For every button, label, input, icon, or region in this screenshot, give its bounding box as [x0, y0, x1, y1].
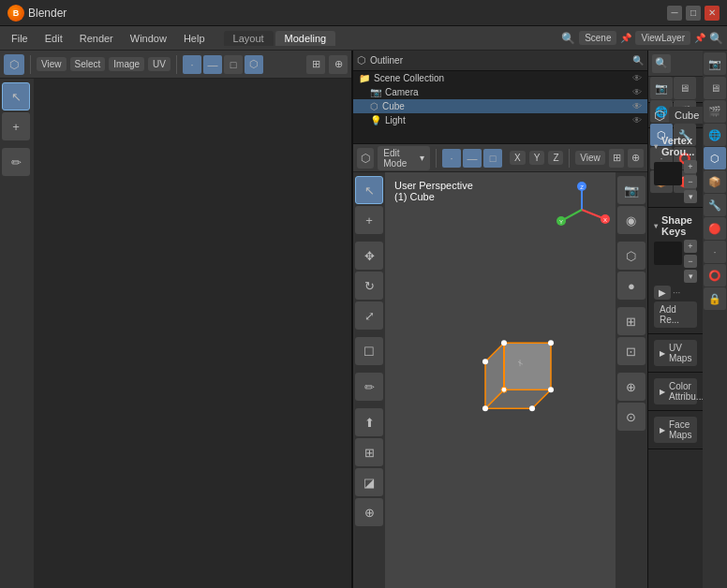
vp-extrude-tool[interactable]: ⬆: [355, 408, 383, 436]
shape-keys-play-btn[interactable]: ▶: [654, 286, 671, 300]
uv-edge-select-icon[interactable]: —: [203, 55, 222, 74]
scene-selector[interactable]: Scene: [579, 31, 616, 45]
vertex-group-add-btn[interactable]: +: [684, 160, 697, 173]
x-axis-btn[interactable]: X: [510, 151, 526, 165]
vp-inset-tool[interactable]: ⊞: [355, 438, 383, 466]
camera-label: Camera: [385, 87, 419, 97]
maximize-button[interactable]: □: [686, 6, 701, 21]
viewport-view-button[interactable]: View: [575, 151, 605, 165]
vp-loopcut-tool[interactable]: ⊕: [355, 498, 383, 526]
workspace-layout[interactable]: Layout: [224, 31, 274, 46]
menu-window[interactable]: Window: [123, 31, 174, 46]
uv-vertex-select-icon[interactable]: ·: [183, 55, 201, 74]
light-eye-icon[interactable]: 👁: [632, 115, 642, 125]
uv-view-button[interactable]: View: [37, 57, 67, 71]
menu-render[interactable]: Render: [72, 31, 121, 46]
mesh-name-field[interactable]: Cube: [669, 107, 703, 124]
uv-annotate-tool[interactable]: ✏: [2, 148, 30, 176]
outliner-search-icon[interactable]: 🔍: [632, 55, 644, 66]
vp-prop-edit-icon[interactable]: ⊙: [617, 403, 645, 431]
menu-help[interactable]: Help: [176, 31, 213, 46]
vp-select-tool[interactable]: ↖: [355, 176, 383, 204]
vp-xray-icon[interactable]: ⊡: [617, 337, 645, 365]
color-attrs-expand-btn[interactable]: ▶ Color Attribu...: [654, 378, 697, 404]
menu-edit[interactable]: Edit: [37, 31, 70, 46]
outliner-scene-collection[interactable]: 📁 Scene Collection 👁: [353, 71, 647, 85]
z-axis-btn[interactable]: Z: [548, 151, 563, 165]
vp-solid-icon[interactable]: ●: [617, 272, 645, 300]
edit-mode-dropdown[interactable]: Edit Mode ▾: [378, 146, 430, 170]
cube-icon: ⬡: [370, 101, 378, 111]
props-vbar-world[interactable]: 🌐: [704, 124, 726, 146]
vp-camera-icon[interactable]: 📷: [617, 176, 645, 204]
vp-transform-tool[interactable]: ☐: [355, 337, 383, 365]
uv-proportional-icon[interactable]: ⊕: [329, 55, 348, 74]
vp-bevel-tool[interactable]: ◪: [355, 468, 383, 496]
collection-eye-icon[interactable]: 👁: [632, 73, 642, 83]
uv-island-select-icon[interactable]: ⬡: [245, 55, 263, 74]
face-maps-expand-btn[interactable]: ▶ Face Maps: [654, 417, 697, 443]
workspace-modeling[interactable]: Modeling: [275, 31, 336, 46]
props-vbar-modifier[interactable]: 🔧: [704, 194, 726, 216]
viewlayer-selector[interactable]: ViewLayer: [635, 31, 690, 45]
close-button[interactable]: ✕: [705, 6, 720, 21]
face-select-icon[interactable]: □: [483, 149, 502, 168]
viewport-snapping-icon[interactable]: ⊞: [609, 149, 625, 168]
props-tab-render[interactable]: 📷: [650, 77, 673, 99]
props-vbar-constraints[interactable]: 🔒: [704, 287, 726, 310]
props-vbar-object-data[interactable]: ⬡: [704, 147, 726, 169]
svg-marker-32: [504, 343, 551, 390]
vp-rotate-tool[interactable]: ↻: [355, 272, 383, 300]
viewport-proportional-icon[interactable]: ⊕: [628, 149, 644, 168]
uv-image-button[interactable]: Image: [109, 57, 144, 71]
viewport-mode-icon[interactable]: ⬡: [357, 148, 374, 169]
outliner-camera[interactable]: 📷 Camera 👁: [353, 85, 647, 99]
viewport-canvas[interactable]: ↖ + ✥ ↻ ⤢ ☐ ✏ ⬆ ⊞ ◪ ⊕: [353, 172, 647, 588]
shape-key-remove-btn[interactable]: −: [684, 255, 697, 268]
vp-overlay-icon[interactable]: ⊞: [617, 307, 645, 335]
props-search-icon[interactable]: 🔍: [652, 54, 671, 73]
uv-face-select-icon[interactable]: □: [224, 55, 243, 74]
props-vbar-object[interactable]: 📦: [704, 170, 726, 193]
vp-annotate-tool[interactable]: ✏: [355, 373, 383, 401]
shape-keys-add-relative-btn[interactable]: Add Re...: [654, 301, 697, 328]
uv-uv-button[interactable]: UV: [148, 57, 171, 71]
vertex-group-remove-btn[interactable]: −: [684, 175, 697, 188]
uv-cursor-tool[interactable]: +: [2, 112, 30, 140]
uv-snapping-icon[interactable]: ⊞: [306, 55, 325, 74]
menu-file[interactable]: File: [4, 31, 36, 46]
cube-eye-icon[interactable]: 👁: [632, 101, 642, 111]
props-tab-output[interactable]: 🖥: [674, 77, 696, 99]
edge-select-icon[interactable]: —: [463, 149, 482, 168]
outliner-area: ⬡ Outliner 🔍 📁 Scene Collection 👁 📷 Came…: [353, 51, 647, 144]
y-axis-btn[interactable]: Y: [529, 151, 545, 165]
shape-keys-header[interactable]: ▾ Shape Keys: [654, 212, 697, 240]
vp-render-icon[interactable]: ◉: [617, 206, 645, 234]
vp-move-tool[interactable]: ✥: [355, 242, 383, 270]
sep4: [569, 149, 570, 168]
vp-scale-tool[interactable]: ⤢: [355, 301, 383, 330]
uv-select-box-tool[interactable]: ↖: [2, 82, 30, 110]
vp-material-preview[interactable]: ⬡: [617, 242, 645, 270]
uv-maps-expand-btn[interactable]: ▶ UV Maps: [654, 340, 697, 366]
outliner-light[interactable]: 💡 Light 👁: [353, 113, 647, 127]
uv-editor-mode-icon[interactable]: ⬡: [4, 54, 24, 75]
vp-snap-icon[interactable]: ⊕: [617, 373, 645, 401]
outliner-cube[interactable]: ⬡ Cube 👁: [353, 99, 647, 113]
shape-keys-list: [654, 242, 682, 265]
props-vbar-output[interactable]: 🖥: [704, 77, 726, 99]
shape-key-more-btn[interactable]: ▾: [684, 270, 697, 283]
props-vbar-particles[interactable]: ·: [704, 241, 726, 263]
mesh-data-icon: ⬡: [654, 108, 665, 123]
props-vbar-scene[interactable]: 🎬: [704, 100, 726, 123]
minimize-button[interactable]: ─: [667, 6, 682, 21]
shape-key-add-btn[interactable]: +: [684, 240, 697, 253]
props-vbar-physics[interactable]: ⭕: [704, 264, 726, 287]
vertex-group-more-btn[interactable]: ▾: [684, 190, 697, 203]
uv-select-button[interactable]: Select: [70, 57, 106, 71]
props-vbar-render[interactable]: 📷: [704, 52, 726, 75]
props-vbar-shader[interactable]: 🔴: [704, 217, 726, 240]
camera-eye-icon[interactable]: 👁: [632, 87, 642, 97]
vp-cursor-tool[interactable]: +: [355, 206, 383, 234]
vertex-select-icon[interactable]: ·: [442, 149, 461, 168]
